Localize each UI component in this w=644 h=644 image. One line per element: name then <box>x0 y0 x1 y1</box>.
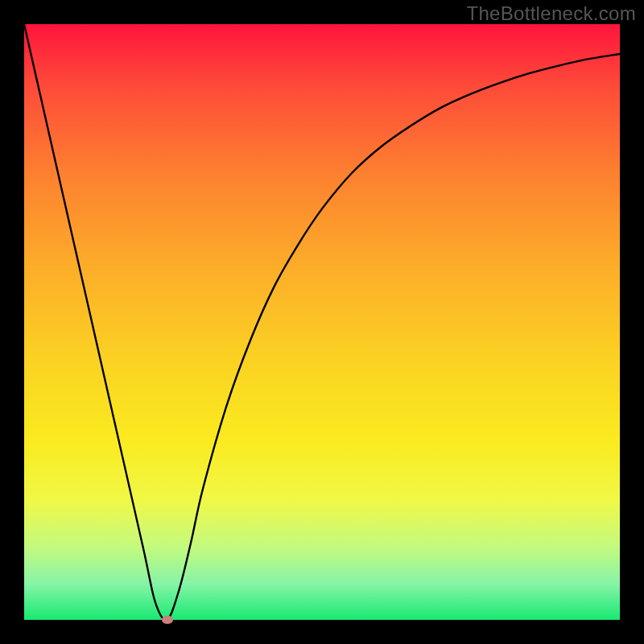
bottleneck-curve <box>24 24 620 620</box>
curve-svg <box>24 24 620 620</box>
optimal-point-marker <box>162 616 173 624</box>
chart-container: TheBottleneck.com <box>0 0 644 644</box>
watermark-text: TheBottleneck.com <box>466 2 636 25</box>
plot-area <box>24 24 620 620</box>
